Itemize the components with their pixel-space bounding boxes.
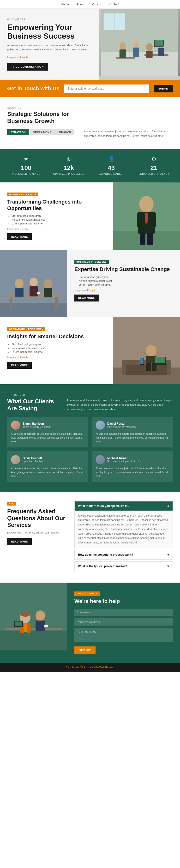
hero-text: WHO WE ARE Empowering Your Business Succ… xyxy=(0,9,99,80)
svg-point-8 xyxy=(146,43,152,51)
svg-rect-50 xyxy=(155,357,165,363)
cta-submit-button[interactable]: SUBMIT xyxy=(154,85,173,92)
svg-rect-51 xyxy=(154,364,167,365)
cta-email-input[interactable] xyxy=(64,85,149,93)
cta-strip: Get in Touch with Us SUBMIT xyxy=(0,80,180,97)
feature-3-image xyxy=(113,317,180,384)
stat-market-number: 43 xyxy=(90,164,133,172)
card-4-name: Michael Turner xyxy=(107,457,141,460)
about-body: At vero eos et accusam et justo duo dolo… xyxy=(84,129,173,138)
name-input[interactable] xyxy=(74,609,173,616)
stat-revenue-icon: ★ xyxy=(5,156,48,162)
feature-2-list: Stet clita kasd gubergren No sea takimat… xyxy=(74,276,173,286)
stat-efficiency-number: 21 xyxy=(133,164,175,172)
faq-item-1-header[interactable]: What industries do you specialize in? ∧ xyxy=(74,501,173,510)
faq-read-more[interactable]: READ MORE xyxy=(7,538,32,545)
svg-rect-29 xyxy=(9,297,12,309)
nav-about[interactable]: About xyxy=(76,2,85,6)
tab-finance[interactable]: FINANCE xyxy=(55,129,74,135)
svg-rect-56 xyxy=(5,628,62,630)
card-2-role: Financial Advisory Manager xyxy=(107,425,137,428)
svg-rect-32 xyxy=(15,288,24,298)
testimonial-card-2: Daniel Foster Financial Advisory Manager… xyxy=(92,417,173,447)
feature-block-1: BUSINESS STRATEGY Transforming Challenge… xyxy=(0,182,180,250)
about-label: ABOUT US xyxy=(7,106,173,109)
faq-section: FAQ Frequently Asked Questions About Our… xyxy=(0,492,180,583)
stat-market: 👤 43 Expanded Market xyxy=(90,156,133,175)
hero-image xyxy=(99,9,180,80)
feature-2-bullet-1: Stet clita kasd gubergren xyxy=(79,276,173,278)
tab-strategy[interactable]: STRATEGY xyxy=(7,129,29,135)
tab-operations[interactable]: OPERATIONS xyxy=(30,129,55,135)
stat-efficiency-icon: ⚙ xyxy=(133,156,175,162)
email-input[interactable] xyxy=(74,618,173,625)
svg-point-19 xyxy=(139,196,154,212)
feature-2-image xyxy=(0,250,67,317)
stat-processes-label: Optimized Processes xyxy=(48,173,90,175)
card-3-header: Olivia Bennett Operations Analyst xyxy=(11,455,84,464)
svg-rect-24 xyxy=(147,233,153,245)
feature-2-bullet-3: Lorem ipsum dolor sit amet xyxy=(79,283,173,286)
card-4-text: At vero eos et accusam et justo duo dolo… xyxy=(96,467,169,478)
feature-3-content: OPERATIONAL EFFICIENCY Insights for Smar… xyxy=(0,317,113,384)
card-2-text: At vero eos et accusam et justo duo dolo… xyxy=(96,432,169,443)
card-3-info: Olivia Bennett Operations Analyst xyxy=(23,457,43,463)
card-4-avatar xyxy=(96,455,105,464)
card-1-avatar xyxy=(11,421,20,430)
feature-1-list: Stet clita kasd gubergren No sea takimat… xyxy=(7,214,106,225)
faq-left: FAQ Frequently Asked Questions About Our… xyxy=(7,501,67,573)
faq-item-1-chevron: ∧ xyxy=(167,504,169,508)
testimonial-card-3: Olivia Bennett Operations Analyst At ver… xyxy=(7,451,88,482)
feature-1-bullet-3: Lorem ipsum dolor sit amet xyxy=(11,222,106,225)
card-2-info: Daniel Foster Financial Advisory Manager xyxy=(107,422,137,428)
feature-1-bullet-2: No sea takimata sanctus est xyxy=(11,218,106,221)
feature-2-bullet-2: No sea takimata sanctus est xyxy=(79,279,173,282)
hero-credit: Image from Freepik xyxy=(7,56,92,60)
feature-block-3: OPERATIONAL EFFICIENCY Insights for Smar… xyxy=(0,317,180,384)
feature-1-credit-link: Freepik xyxy=(20,228,28,230)
feature-3-bullet-1: Stet clita kasd gubergren xyxy=(11,343,106,346)
feature-1-read-more[interactable]: READ MORE xyxy=(7,233,32,240)
faq-item-2-header[interactable]: How does the consulting process work? ∨ xyxy=(74,550,173,559)
card-3-avatar xyxy=(11,455,20,464)
about-section: ABOUT US Strategic Solutions for Busines… xyxy=(0,97,180,149)
navbar: Home About Pricing Contact xyxy=(0,0,180,9)
nav-home[interactable]: Home xyxy=(61,2,69,6)
hero-body: At vero eos et accusam et justo duo dolo… xyxy=(7,43,92,52)
feature-2-tag: OPTIMIZED PROCESSES xyxy=(74,260,109,264)
contact-submit-button[interactable]: SUBMIT xyxy=(74,646,95,654)
hero-cta-button[interactable]: FREE CONSULTATION xyxy=(7,63,48,70)
feature-1-bullet-1: Stet clita kasd gubergren xyxy=(11,214,106,217)
svg-rect-63 xyxy=(35,621,45,630)
svg-rect-5 xyxy=(119,50,126,58)
contact-heading: We're here to help xyxy=(74,598,173,604)
nav-pricing[interactable]: Pricing xyxy=(92,2,101,6)
about-right: At vero eos et accusam et justo duo dolo… xyxy=(84,129,173,139)
feature-3-credit: Image from Freepik xyxy=(7,356,106,359)
svg-rect-43 xyxy=(122,360,126,375)
stat-market-icon: 👤 xyxy=(90,156,133,162)
nav-contact[interactable]: Contact xyxy=(109,2,119,6)
stat-processes-number: 12k xyxy=(48,164,90,172)
freepik-link[interactable]: Freepik xyxy=(20,56,28,59)
faq-item-3-chevron: ∨ xyxy=(167,565,169,568)
stat-revenue-number: 100 xyxy=(5,164,48,172)
svg-point-31 xyxy=(15,279,24,288)
svg-rect-38 xyxy=(37,294,40,294)
svg-point-4 xyxy=(119,42,126,50)
testimonials-heading: What Our Clients Are Saying xyxy=(7,398,60,412)
stat-revenue-label: Increased Revenue xyxy=(5,173,48,175)
faq-item-3-header[interactable]: What is the typical project timeline? ∨ xyxy=(74,562,173,571)
about-left: STRATEGY OPERATIONS FINANCE xyxy=(7,129,79,139)
card-2-header: Daniel Foster Financial Advisory Manager xyxy=(96,421,169,430)
feature-2-read-more[interactable]: READ MORE xyxy=(74,294,99,302)
testimonials-layout: What Our Clients Are Saying Lorem ipsum … xyxy=(7,398,173,412)
card-1-text: At vero eos et accusam et justo duo dolo… xyxy=(11,432,84,443)
testimonial-card-4: Michael Turner Business Development Dire… xyxy=(92,451,173,482)
message-input[interactable] xyxy=(74,628,173,642)
card-2-avatar xyxy=(96,421,105,430)
svg-point-61 xyxy=(20,611,30,617)
stat-market-label: Expanded Market xyxy=(90,173,133,175)
feature-3-read-more[interactable]: READ MORE xyxy=(7,362,32,369)
card-4-header: Michael Turner Business Development Dire… xyxy=(96,455,169,464)
